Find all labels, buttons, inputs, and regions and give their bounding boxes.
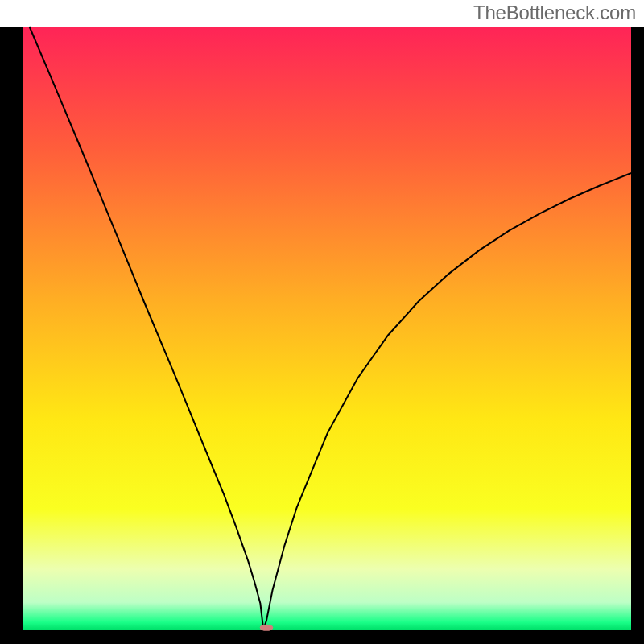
axis-right <box>631 27 644 644</box>
bottleneck-chart <box>0 0 644 644</box>
axis-left <box>0 27 23 644</box>
chart-container: TheBottleneck.com <box>0 0 644 644</box>
watermark-label: TheBottleneck.com <box>473 2 636 24</box>
optimum-marker <box>260 625 274 631</box>
plot-background <box>23 27 631 630</box>
axis-bottom <box>0 630 644 644</box>
